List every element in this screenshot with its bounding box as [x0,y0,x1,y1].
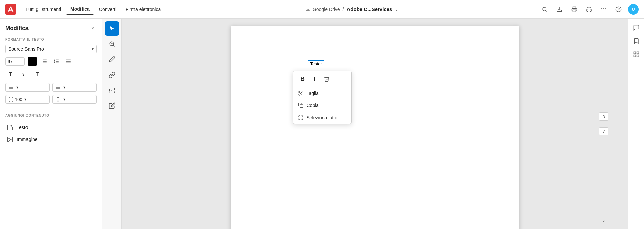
nav-links: Tutti gli strumenti Modifica Converti Fi… [21,4,165,15]
line-spacing-control[interactable]: ▾ [5,83,50,92]
text-style-row: T T T [5,70,97,80]
add-text-button[interactable]: Testo [5,121,97,133]
panel-title: Modifica [5,25,29,32]
page-numbers: 3 7 [599,112,608,135]
color-swatch[interactable] [28,57,37,66]
ctx-copia-item[interactable]: Copia [293,99,351,111]
doc-dropdown-arrow[interactable]: ⌄ [395,7,399,12]
format-section-label: FORMATTA IL TESTO [5,38,97,41]
nav-right: ··· U [539,4,639,15]
audio-button[interactable] [584,4,594,15]
comments-button[interactable] [630,21,642,34]
ctx-taglia-item[interactable]: Taglia [293,87,351,99]
download-button[interactable] [554,4,565,15]
svg-line-34 [301,94,302,95]
scale-value: 100 [15,97,22,102]
svg-rect-39 [637,55,639,57]
select-tool-button[interactable] [105,21,119,36]
ctx-seleziona-tutto-label: Seleziona tutto [307,115,338,120]
svg-line-27 [113,45,114,47]
more-button[interactable]: ··· [598,4,609,15]
ctx-copia-label: Copia [307,103,319,108]
right-panel [628,19,644,229]
divider [5,109,97,109]
scale-arrow: ▾ [24,97,26,102]
canvas-area[interactable]: Tester B I Taglia Copia [122,19,628,229]
left-panel: Modifica × FORMATTA IL TESTO Source Sans… [0,19,102,229]
italic-button[interactable]: T [19,70,29,80]
bookmarks-button[interactable] [630,35,642,47]
panel-header: Modifica × [5,24,97,32]
select-text-tool-button[interactable]: A [105,83,119,97]
char-spacing-va-control[interactable]: ▾ [52,95,97,104]
font-selector[interactable]: Source Sans Pro ▾ [5,45,97,53]
scale-row: 100 ▾ ▾ [5,95,97,104]
ctx-seleziona-tutto-item[interactable]: Seleziona tutto [293,111,351,124]
canvas-text-element[interactable]: Tester [308,60,324,67]
chevron-up-button[interactable]: ⌃ [602,220,606,225]
panel-close-button[interactable]: × [89,24,97,32]
zoom-tool-button[interactable] [105,37,119,51]
nav-firma[interactable]: Firma elettronica [122,4,165,15]
ctx-delete-button[interactable] [321,73,333,85]
nav-modifica[interactable]: Modifica [66,4,94,15]
context-menu: B I Taglia Copia Seleziona tu [293,71,352,124]
page-num-3[interactable]: 3 [599,112,608,121]
help-button[interactable] [613,4,624,15]
svg-line-1 [546,10,547,11]
scale-width-control[interactable]: 100 ▾ [5,95,50,104]
char-spacing-va-arrow: ▾ [63,97,65,102]
toolbar-strip: A [102,19,122,229]
doc-title: Adobe C...Services [346,6,392,12]
svg-line-35 [300,92,301,93]
nav-separator: / [343,7,344,12]
svg-point-32 [299,94,300,95]
ctx-taglia-label: Taglia [307,91,319,96]
text-align-button[interactable] [64,57,73,66]
svg-text:A: A [111,89,112,92]
print-button[interactable] [569,4,580,15]
page-num-7[interactable]: 7 [599,127,608,135]
svg-rect-38 [637,52,639,54]
grid-button[interactable] [630,48,642,60]
top-nav: Tutti gli strumenti Modifica Converti Fi… [0,0,644,19]
add-text-label: Testo [17,125,28,130]
nav-center: ☁ Google Drive / Adobe C...Services ⌄ [167,6,537,12]
list-unordered-button[interactable] [40,57,49,66]
font-size-arrow: ▾ [11,60,12,63]
ctx-bold-button[interactable]: B [297,73,309,85]
font-size-control[interactable]: 9 ▾ [5,57,25,66]
context-menu-format-row: B I [293,71,351,87]
font-selector-arrow: ▾ [92,47,94,51]
line-spacing-arrow: ▾ [16,85,18,90]
add-image-button[interactable]: Immagine [5,133,97,145]
underline-button[interactable]: T [32,70,42,80]
svg-rect-37 [634,52,636,54]
line-spacing-row: ▾ ▾ [5,83,97,92]
svg-rect-3 [573,10,576,12]
nav-converti[interactable]: Converti [95,4,120,15]
pencil-tool-button[interactable] [105,52,119,66]
link-tool-button[interactable] [105,68,119,82]
cloud-label: Google Drive [313,7,340,12]
font-controls-row: 9 ▾ [5,57,97,66]
add-image-label: Immagine [17,137,37,142]
list-ordered-button[interactable] [52,57,61,66]
svg-rect-40 [634,55,636,57]
font-size-value: 9 [8,59,10,64]
smart-edit-tool-button[interactable] [105,99,119,113]
svg-point-31 [299,91,300,93]
search-button[interactable] [539,4,550,15]
svg-point-0 [543,7,546,11]
char-spacing-control[interactable]: ▾ [52,83,97,92]
main-layout: Modifica × FORMATTA IL TESTO Source Sans… [0,19,644,229]
bold-button[interactable]: T [5,70,15,80]
cloud-icon: ☁ [305,7,310,12]
user-avatar[interactable]: U [628,4,639,15]
svg-point-25 [9,138,9,139]
adobe-logo [5,4,16,15]
nav-all-tools[interactable]: Tutti gli strumenti [21,4,65,15]
char-spacing-arrow: ▾ [63,85,65,90]
ctx-italic-button[interactable]: I [309,73,321,85]
font-name: Source Sans Pro [8,46,92,52]
